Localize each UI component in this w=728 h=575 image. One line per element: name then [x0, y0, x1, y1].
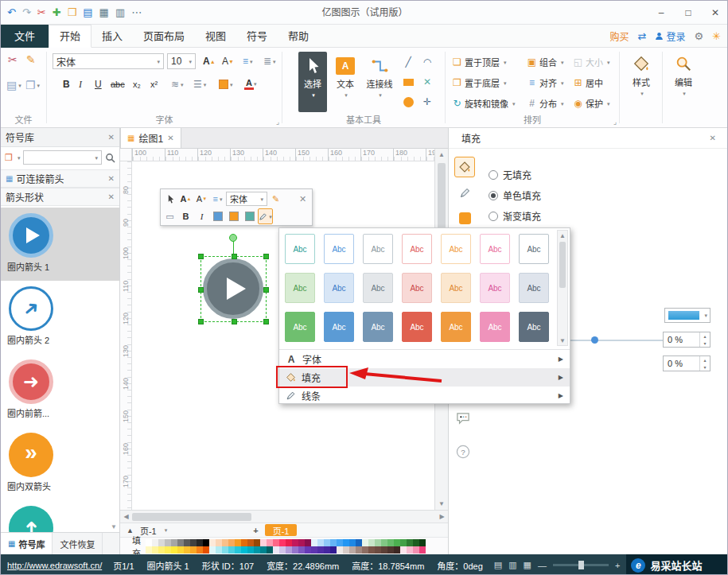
view-fit-icon[interactable]: ▥	[508, 560, 516, 570]
scroll-right-icon[interactable]: ▶	[436, 513, 448, 520]
feedback-button[interactable]	[454, 410, 472, 427]
selection-box[interactable]	[200, 256, 267, 322]
palette-color[interactable]	[407, 539, 413, 546]
rectangle-tool[interactable]	[400, 74, 416, 90]
bring-to-front-button[interactable]: ❏置于顶层▾	[452, 52, 507, 72]
resize-handle[interactable]	[198, 287, 204, 293]
section-connectable-arrows[interactable]: ▦ 可连接箭头 ✕	[1, 169, 119, 188]
superscript-button[interactable]: x²	[147, 76, 161, 92]
scissors-icon[interactable]: ✂	[8, 54, 18, 65]
edit-button[interactable]: 编辑 ▾	[666, 54, 701, 96]
palette-color[interactable]	[197, 546, 203, 554]
palette-color[interactable]	[317, 546, 324, 554]
horizontal-scrollbar[interactable]: ◀ ▶	[120, 510, 448, 523]
close-section-icon[interactable]: ✕	[108, 174, 115, 183]
style-swatch[interactable]: Abc	[519, 312, 549, 342]
palette-color[interactable]	[177, 539, 184, 546]
mini-bold-button[interactable]: B	[178, 208, 193, 224]
group-button[interactable]: ▣组合▾	[527, 52, 564, 72]
palette-color[interactable]	[362, 539, 368, 546]
footer-tab-symbol-library[interactable]: ▦ 符号库	[1, 533, 53, 555]
print-icon[interactable]: ▦	[99, 7, 109, 17]
export-icon[interactable]: ▥	[115, 7, 125, 17]
spinner-buttons[interactable]: ▴▾	[699, 332, 710, 347]
palette-color[interactable]	[394, 539, 400, 546]
palette-color[interactable]	[292, 539, 298, 546]
secondary-spinner[interactable]: 0 % ▴▾	[663, 355, 710, 371]
palette-color[interactable]	[184, 546, 190, 554]
scrollbar-thumb[interactable]	[559, 242, 566, 288]
copy-button[interactable]: ❐▾	[25, 80, 40, 91]
palette-color[interactable]	[177, 546, 184, 554]
add-page-button[interactable]: +	[253, 526, 258, 535]
palette-color[interactable]	[349, 546, 356, 554]
palette-color[interactable]	[349, 539, 356, 546]
no-fill-radio[interactable]: 无填充	[489, 168, 531, 181]
symbol-circle-arrow-2[interactable]: ➜ 圈内箭头 2	[1, 281, 119, 354]
line-tool-tab[interactable]	[454, 182, 475, 203]
close-panel-icon[interactable]: ✕	[108, 133, 115, 142]
tab-symbols[interactable]: 符号	[236, 25, 278, 48]
strikethrough-button[interactable]: abc	[107, 76, 128, 92]
style-swatch[interactable]: Abc	[441, 273, 471, 303]
palette-color[interactable]	[279, 546, 286, 554]
symbol-circle-double-arrow[interactable]: » 圈内双箭头	[1, 427, 119, 500]
palette-color[interactable]	[241, 539, 247, 546]
palette-color[interactable]	[197, 539, 203, 546]
palette-color[interactable]	[317, 539, 324, 546]
palette-color[interactable]	[152, 539, 158, 546]
palette-color[interactable]	[235, 539, 241, 546]
tab-file[interactable]: 文件	[1, 25, 49, 48]
fill-tool-tab[interactable]	[454, 157, 475, 177]
palette-color[interactable]	[216, 539, 222, 546]
resize-handle[interactable]	[232, 254, 237, 259]
mini-italic-button[interactable]: I	[194, 208, 209, 224]
palette-color[interactable]	[311, 539, 317, 546]
protect-button[interactable]: ◉保护▾	[573, 94, 610, 113]
mini-format-painter[interactable]: ✎	[268, 191, 283, 207]
palette-color[interactable]	[368, 539, 375, 546]
mini-align-button[interactable]: ≡▾	[210, 191, 225, 207]
scroll-down-icon[interactable]: ▼	[558, 336, 567, 345]
tab-insert[interactable]: 插入	[91, 25, 133, 48]
bullet-list-button[interactable]: ☰▾	[190, 76, 209, 92]
close-tab-icon[interactable]: ✕	[167, 134, 173, 142]
palette-color[interactable]	[407, 546, 413, 554]
open-folder-icon[interactable]: ❒	[68, 7, 77, 17]
pin-tool[interactable]: ✛	[419, 94, 435, 110]
palette-color[interactable]	[152, 546, 158, 554]
tab-view[interactable]: 视图	[195, 25, 236, 48]
style-swatch[interactable]: Abc	[363, 234, 393, 264]
select-tool-button[interactable]: 选择 ▾	[298, 52, 327, 112]
help-button[interactable]: ?	[454, 443, 472, 460]
spinner-buttons[interactable]: ▴▾	[699, 356, 710, 371]
palette-color[interactable]	[330, 546, 337, 554]
resize-handle[interactable]	[263, 254, 269, 259]
palette-color[interactable]	[267, 546, 273, 554]
new-document-icon[interactable]: ✚	[53, 7, 61, 17]
fill-color-select[interactable]: ▾	[664, 308, 710, 323]
tab-home[interactable]: 开始	[49, 25, 91, 48]
cut-icon[interactable]: ✂	[37, 7, 46, 17]
font-name-select[interactable]: 宋体▾	[53, 53, 164, 69]
pinwheel-icon[interactable]: ✳	[712, 30, 721, 42]
palette-color[interactable]	[254, 539, 260, 546]
style-swatch[interactable]: Abc	[519, 234, 549, 264]
palette-color[interactable]	[381, 546, 387, 554]
palette-color[interactable]	[375, 546, 381, 554]
style-swatch[interactable]: Abc	[285, 273, 315, 303]
palette-color[interactable]	[260, 546, 267, 554]
mini-increase-font[interactable]: A▲	[178, 191, 193, 207]
transparency-spinner[interactable]: 0 % ▴▾	[663, 332, 710, 348]
palette-color[interactable]	[400, 539, 407, 546]
style-swatch[interactable]: Abc	[519, 273, 549, 303]
palette-color[interactable]	[413, 546, 419, 554]
palette-color[interactable]	[368, 546, 375, 554]
buy-button[interactable]: 购买	[610, 29, 629, 43]
palette-color[interactable]	[337, 546, 343, 554]
palette-color[interactable]	[209, 539, 216, 546]
login-button[interactable]: 登录	[655, 29, 685, 43]
zoom-slider[interactable]	[553, 564, 609, 566]
resize-handle[interactable]	[263, 287, 269, 293]
scroll-up-icon[interactable]: ▲	[558, 231, 567, 240]
